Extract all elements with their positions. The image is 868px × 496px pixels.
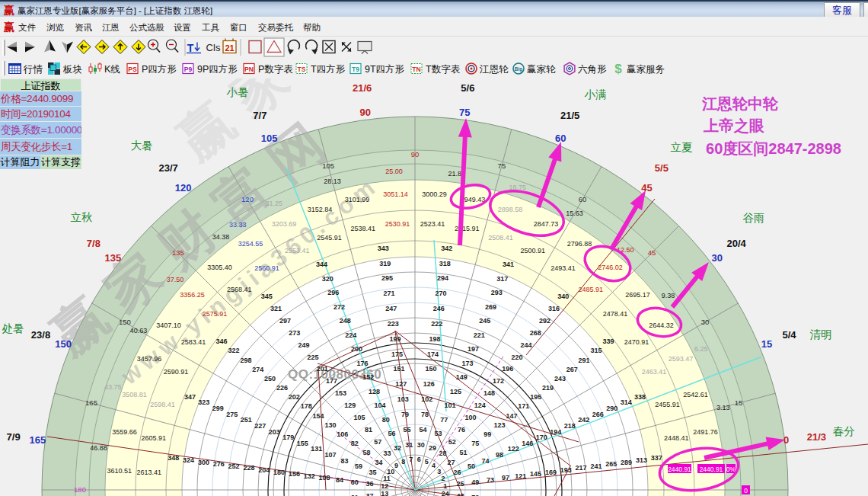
svg-text:0: 0 [783,434,789,446]
svg-text:249: 249 [298,341,309,349]
svg-text:处暑: 处暑 [2,322,24,334]
svg-text:P四方形: P四方形 [142,64,177,75]
svg-text:7/9: 7/9 [7,431,21,443]
svg-text:2448.41: 2448.41 [664,434,689,442]
svg-text:295: 295 [381,274,393,282]
svg-text:2605.91: 2605.91 [141,434,166,442]
svg-text:3305.40: 3305.40 [207,264,232,271]
svg-text:7/8: 7/8 [87,238,101,249]
svg-text:339: 339 [602,338,614,345]
svg-text:165: 165 [29,434,46,446]
svg-text:74: 74 [481,457,489,465]
svg-text:98: 98 [496,451,503,459]
svg-text:37: 37 [365,492,373,496]
svg-text:316: 316 [548,305,560,312]
svg-text:30: 30 [711,252,722,264]
svg-text:0%: 0% [726,466,736,473]
svg-text:105: 105 [261,133,278,144]
svg-text:321: 321 [270,305,282,312]
svg-text:75: 75 [459,107,470,118]
svg-text:275: 275 [226,411,238,418]
svg-text:317: 317 [496,275,508,283]
svg-text:54: 54 [419,426,426,434]
svg-text:203: 203 [269,428,280,436]
svg-text:347: 347 [184,393,196,401]
svg-text:60: 60 [579,195,587,203]
svg-text:9P四方形: 9P四方形 [197,64,238,75]
svg-text:TS: TS [298,66,306,73]
svg-text:大暑: 大暑 [131,139,153,152]
svg-text:2470.91: 2470.91 [624,338,649,346]
svg-text:12: 12 [381,482,388,490]
svg-text:2542.61: 2542.61 [683,391,708,398]
svg-text:78: 78 [421,411,429,418]
svg-text:122: 122 [508,445,519,453]
svg-text:2530.91: 2530.91 [385,220,410,228]
svg-text:135: 135 [104,252,121,264]
svg-text:46.88: 46.88 [90,444,107,452]
svg-text:145: 145 [530,470,541,478]
svg-text:4: 4 [432,462,436,469]
svg-text:33: 33 [383,450,391,457]
svg-text:179: 179 [282,434,294,441]
svg-text:21/3: 21/3 [807,431,826,443]
svg-text:36: 36 [365,480,373,488]
svg-text:289: 289 [621,459,632,466]
svg-text:3101.99: 3101.99 [345,196,370,203]
svg-text:148: 148 [483,389,495,397]
svg-text:319: 319 [379,260,391,267]
svg-text:156: 156 [289,470,300,478]
svg-text:P9: P9 [184,66,193,73]
svg-text:273: 273 [289,329,300,337]
svg-text:269: 269 [485,303,496,311]
svg-text:155: 155 [297,440,308,447]
svg-text:272: 272 [333,303,345,311]
svg-text:271: 271 [384,290,395,297]
svg-text:PN: PN [244,66,254,73]
svg-text:97: 97 [502,474,509,482]
svg-text:2796.88: 2796.88 [567,240,592,248]
svg-text:81: 81 [365,426,372,434]
svg-text:30: 30 [701,318,710,326]
svg-text:2508.41: 2508.41 [488,234,513,242]
svg-text:29: 29 [429,444,436,452]
svg-text:31: 31 [405,441,413,449]
svg-text:228: 228 [243,464,254,472]
svg-text:3203.69: 3203.69 [272,220,297,228]
svg-text:23/7: 23/7 [158,162,177,174]
svg-text:222: 222 [431,320,442,328]
svg-text:60: 60 [555,133,566,144]
svg-text:218: 218 [564,422,576,430]
svg-text:21/5: 21/5 [560,110,579,121]
svg-text:223: 223 [388,320,399,328]
svg-text:3000.29: 3000.29 [422,190,447,198]
svg-text:2598.41: 2598.41 [150,401,175,408]
svg-text:15.63: 15.63 [566,210,583,217]
svg-text:198: 198 [429,335,441,343]
svg-text:313: 313 [636,456,647,464]
svg-text:25: 25 [456,480,464,488]
svg-text:49: 49 [471,478,479,486]
svg-text:5: 5 [425,458,429,466]
svg-text:Cls: Cls [206,42,221,53]
svg-text:谷雨: 谷雨 [743,212,765,224]
svg-text:195: 195 [530,393,541,401]
svg-text:2545.91: 2545.91 [317,234,342,242]
svg-text:2478.41: 2478.41 [603,310,628,318]
svg-text:123: 123 [494,421,506,429]
svg-text:13: 13 [381,490,388,496]
svg-text:247: 247 [385,305,397,312]
svg-text:199: 199 [389,335,400,343]
svg-text:315: 315 [590,347,602,354]
svg-text:3.13: 3.13 [716,404,730,411]
svg-text:193: 193 [560,466,572,474]
svg-text:T数字表: T数字表 [426,64,461,75]
svg-text:346: 346 [216,338,228,345]
svg-text:102: 102 [421,395,432,403]
svg-text:220: 220 [511,354,522,361]
svg-text:2440.91: 2440.91 [700,466,723,473]
svg-text:40.63: 40.63 [130,327,148,334]
svg-text:194: 194 [550,428,561,436]
svg-text:107: 107 [325,451,337,459]
svg-text:2746.02: 2746.02 [598,264,623,271]
